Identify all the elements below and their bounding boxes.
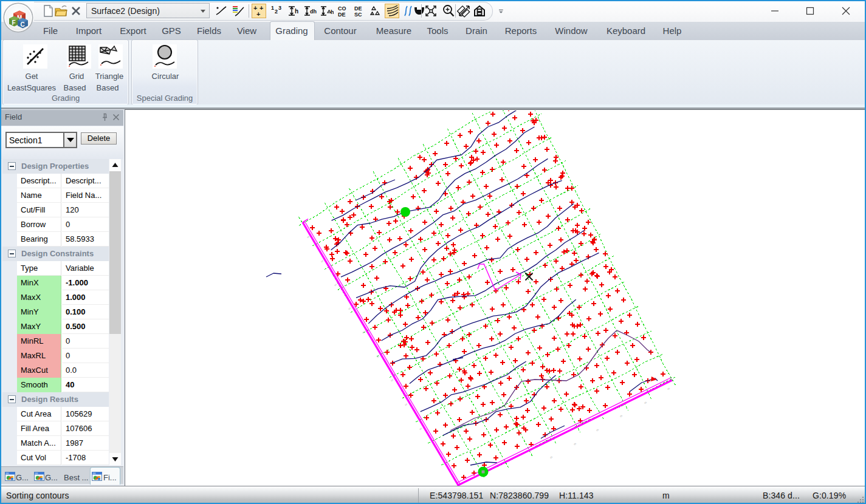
- svg-text:0: 0: [644, 401, 648, 404]
- svg-text:h: h: [331, 9, 334, 15]
- svg-text:0: 0: [667, 387, 671, 390]
- svg-text:h: h: [295, 8, 298, 15]
- svg-text:0: 0: [549, 455, 554, 459]
- svg-text:0: 0: [573, 442, 577, 446]
- svg-text:5: 5: [419, 427, 423, 431]
- svg-text:DE: DE: [338, 12, 346, 18]
- svg-text:C: C: [21, 21, 25, 28]
- svg-text:F: F: [12, 19, 16, 26]
- svg-text:0: 0: [596, 428, 600, 432]
- svg-text:+: +: [256, 10, 260, 18]
- svg-text:5: 5: [390, 378, 394, 382]
- svg-text:0: 0: [619, 414, 624, 418]
- svg-text:5: 5: [306, 235, 311, 239]
- svg-text:SC: SC: [354, 12, 362, 18]
- svg-text:1: 1: [271, 5, 274, 11]
- svg-text:3: 3: [278, 5, 281, 11]
- svg-text:5: 5: [362, 330, 366, 334]
- svg-text:5: 5: [404, 403, 408, 406]
- svg-text:5: 5: [334, 283, 338, 287]
- svg-text:5: 5: [320, 259, 325, 263]
- svg-text:2: 2: [275, 9, 278, 15]
- svg-text:DE: DE: [354, 5, 362, 12]
- svg-text:CO: CO: [338, 5, 346, 12]
- svg-text:5: 5: [348, 307, 352, 310]
- svg-text:5: 5: [376, 355, 380, 358]
- svg-text:dh: dh: [310, 9, 317, 15]
